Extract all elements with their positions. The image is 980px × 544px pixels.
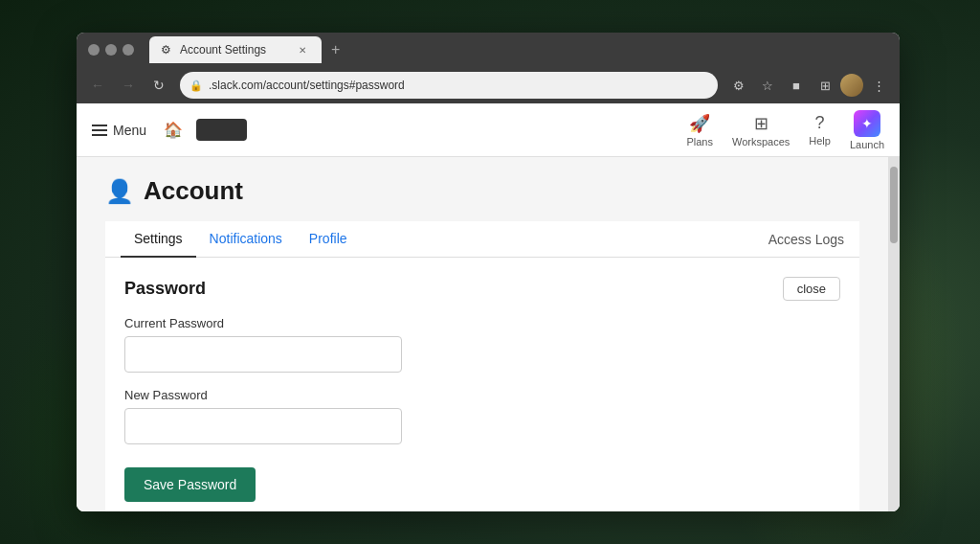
refresh-button[interactable]: ↻ [145,72,172,99]
workspace-badge[interactable] [196,119,247,141]
hamburger-icon [92,125,107,136]
workspaces-label: Workspaces [732,136,790,147]
current-password-group: Current Password [124,316,840,373]
tab-favicon: ⚙ [161,43,174,57]
current-password-label: Current Password [124,316,840,330]
workspaces-icon: ⊞ [754,113,768,134]
help-label: Help [809,135,831,147]
menu-icon[interactable]: ⋮ [865,72,892,99]
address-bar[interactable]: 🔒 .slack.com/account/settings#password [180,72,718,99]
scrollbar-area: 👤 Account Settings Notifications Profile… [77,157,900,511]
browser-tabs: ⚙ Account Settings ✕ + [142,36,888,63]
new-tab-button[interactable]: + [323,36,347,63]
lock-icon: 🔒 [189,79,203,92]
workspaces-nav-item[interactable]: ⊞ Workspaces [732,113,790,147]
close-window-button[interactable] [122,44,134,56]
launch-label: Launch [850,139,884,150]
active-tab[interactable]: ⚙ Account Settings ✕ [149,36,322,63]
account-icon: 👤 [105,178,134,205]
tab-notifications[interactable]: Notifications [196,221,296,258]
hamburger-line-2 [92,129,107,131]
plans-icon: 🚀 [689,113,710,134]
minimize-button[interactable] [88,44,100,56]
account-tabs: Settings Notifications Profile Access Lo… [105,221,859,258]
browser-toolbar: ← → ↻ 🔒 .slack.com/account/settings#pass… [77,67,900,103]
browser-content: Menu 🏠 🚀 Plans ⊞ Workspaces ? Help [77,103,900,511]
plans-label: Plans [686,136,713,147]
tab-close-button[interactable]: ✕ [295,42,310,57]
access-logs-link[interactable]: Access Logs [768,232,844,247]
account-header: 👤 Account [105,176,859,206]
account-title: Account [144,176,243,206]
launch-nav-item[interactable]: ✦ Launch [850,110,884,150]
current-password-input[interactable] [124,336,402,373]
puzzle-icon[interactable]: ⊞ [812,72,838,99]
settings-content: Password close Current Password New Pass… [105,258,859,511]
browser-titlebar: ⚙ Account Settings ✕ + [77,33,900,67]
save-password-button[interactable]: Save Password [124,467,256,502]
forward-button[interactable]: → [115,72,142,99]
address-text: .slack.com/account/settings#password [209,79,708,92]
help-icon: ? [815,113,825,133]
launch-icon: ✦ [854,110,880,137]
close-password-button[interactable]: close [783,277,840,301]
tab-profile[interactable]: Profile [296,221,361,258]
hamburger-line-3 [92,134,107,136]
toolbar-actions: ⚙ ☆ ■ ⊞ ⋮ [725,72,892,99]
page-content: 👤 Account Settings Notifications Profile… [77,157,888,511]
account-page: 👤 Account Settings Notifications Profile… [77,157,888,511]
extensions-icon[interactable]: ⚙ [725,72,752,99]
header-nav: 🚀 Plans ⊞ Workspaces ? Help ✦ Launch [686,110,884,150]
new-password-group: New Password [124,388,840,444]
star-icon[interactable]: ☆ [754,72,781,99]
profile-avatar[interactable] [840,74,863,97]
new-password-input[interactable] [124,408,402,444]
plans-nav-item[interactable]: 🚀 Plans [686,113,713,147]
password-section-title: Password [124,279,206,299]
tab-settings[interactable]: Settings [121,221,196,258]
password-section: Password close Current Password New Pass… [124,277,840,502]
section-header: Password close [124,277,840,301]
slack-icon[interactable]: ■ [783,72,810,99]
back-button[interactable]: ← [84,72,111,99]
scrollbar-track[interactable] [888,157,900,511]
menu-label: Menu [113,123,146,138]
app-header: Menu 🏠 🚀 Plans ⊞ Workspaces ? Help [77,103,900,157]
hamburger-line-1 [92,125,107,126]
new-password-label: New Password [124,388,840,402]
maximize-button[interactable] [105,44,117,56]
scrollbar-thumb[interactable] [890,167,898,243]
tab-title: Account Settings [180,43,289,57]
help-nav-item[interactable]: ? Help [809,113,831,147]
menu-toggle[interactable]: Menu [92,123,146,138]
window-controls [88,44,134,56]
home-button[interactable]: 🏠 [158,115,189,146]
browser-window: ⚙ Account Settings ✕ + ← → ↻ 🔒 .slack.co… [77,33,900,511]
